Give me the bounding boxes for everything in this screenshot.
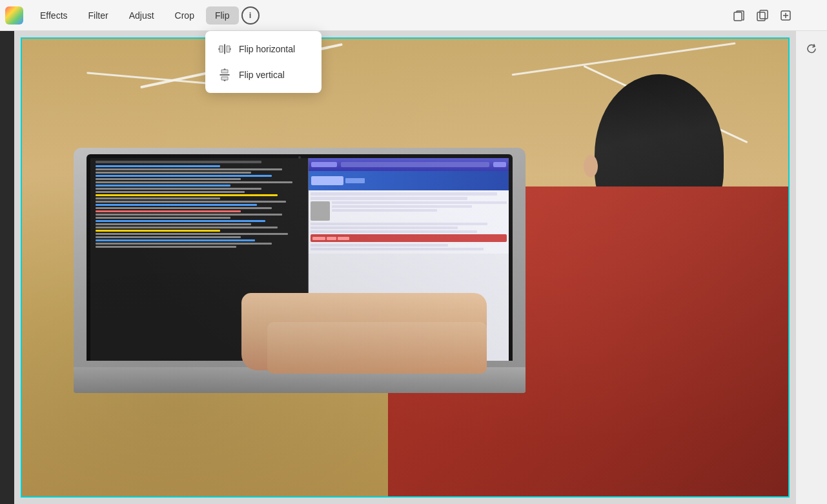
left-strip bbox=[0, 31, 14, 504]
svg-rect-0 bbox=[734, 12, 742, 21]
tab-crop[interactable]: Crop bbox=[166, 6, 203, 25]
photo-background bbox=[22, 39, 788, 496]
rotate-button[interactable] bbox=[801, 39, 822, 59]
flip-horizontal-item[interactable]: Flip horizontal bbox=[205, 36, 322, 62]
svg-rect-2 bbox=[760, 10, 768, 19]
svg-rect-1 bbox=[757, 12, 765, 21]
tab-filter[interactable]: Filter bbox=[79, 6, 117, 25]
duplicate-button[interactable] bbox=[752, 5, 773, 26]
flip-vertical-label: Flip vertical bbox=[239, 70, 285, 80]
tab-adjust[interactable]: Adjust bbox=[120, 6, 163, 25]
flip-vertical-item[interactable]: Flip vertical bbox=[205, 62, 322, 88]
photo-frame bbox=[21, 37, 790, 498]
photo-overlay bbox=[22, 39, 788, 496]
add-button[interactable] bbox=[775, 5, 796, 26]
flip-dropdown: Flip horizontal Flip vertical bbox=[205, 31, 322, 93]
toolbar: Effects Filter Adjust Crop Flip i bbox=[0, 0, 827, 31]
rotate-icon bbox=[805, 43, 818, 55]
tab-flip[interactable]: Flip bbox=[206, 6, 239, 25]
canvas-area bbox=[14, 31, 796, 504]
flip-horizontal-label: Flip horizontal bbox=[239, 44, 295, 54]
flip-h-icon bbox=[218, 43, 231, 55]
copy-frame-button[interactable] bbox=[729, 5, 750, 26]
flip-v-icon bbox=[218, 68, 231, 81]
app-logo bbox=[5, 6, 23, 25]
tab-effects[interactable]: Effects bbox=[31, 6, 77, 25]
info-button[interactable]: i bbox=[241, 6, 260, 25]
side-toolbar bbox=[796, 31, 827, 504]
right-toolbar bbox=[729, 5, 796, 26]
